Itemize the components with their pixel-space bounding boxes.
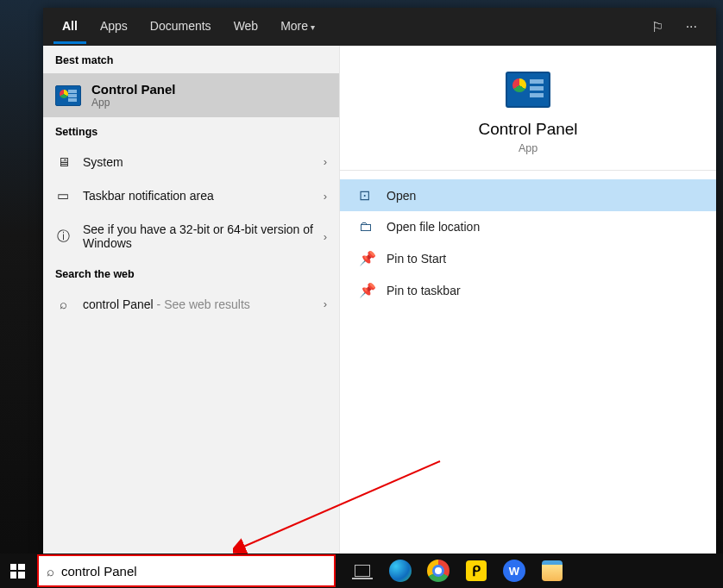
control-panel-icon [506,72,550,108]
section-settings: Settings [43,117,339,145]
task-view-icon [355,565,370,577]
search-input[interactable] [61,564,326,579]
search-icon: ⌕ [47,564,54,579]
preview-panel: Control Panel App ⊡ Open 🗀 Open file loc… [339,46,716,555]
pin-icon: 📌 [359,282,374,298]
web-result-item[interactable]: ⌕ control Panel - See web results › [43,287,339,321]
settings-item-bitness[interactable]: ⓘ See if you have a 32-bit or 64-bit ver… [43,213,339,260]
section-search-web: Search the web [43,260,339,287]
folder-icon: 🗀 [359,219,374,235]
tab-all[interactable]: All [53,10,86,44]
taskbar-app-yellow[interactable]: ᑭ [459,554,494,588]
taskbar: ⌕ ᑭ W [0,554,723,588]
tab-documents[interactable]: Documents [141,10,220,44]
search-icon: ⌕ [55,297,71,311]
chevron-right-icon: › [324,230,327,243]
preview-title: Control Panel [478,120,577,139]
tab-more[interactable]: More [272,10,324,44]
taskbar-app-explorer[interactable] [535,554,569,588]
best-match-subtitle: App [91,97,176,109]
tab-web[interactable]: Web [225,10,267,44]
edge-icon [389,560,412,582]
action-label: Open [387,189,416,203]
feedback-icon[interactable]: ⚐ [643,19,672,35]
action-open[interactable]: ⊡ Open [340,179,716,211]
search-tabs: All Apps Documents Web More ⚐ ··· [43,8,716,46]
settings-label: Taskbar notification area [83,189,327,203]
settings-label: See if you have a 32-bit or 64-bit versi… [83,222,327,250]
settings-label: System [83,155,327,169]
settings-item-taskbar[interactable]: ▭ Taskbar notification area › [43,178,339,213]
more-options-icon[interactable]: ··· [677,19,706,34]
wps-icon: W [503,560,525,582]
monitor-icon: 🖥 [55,154,71,169]
chevron-right-icon: › [324,155,327,168]
taskbar-app-chrome[interactable] [421,554,456,588]
settings-item-system[interactable]: 🖥 System › [43,145,339,178]
folder-icon [542,560,563,581]
action-pin-taskbar[interactable]: 📌 Pin to taskbar [340,274,716,306]
action-label: Pin to taskbar [387,284,461,297]
web-result-label: control Panel - See web results [83,297,327,311]
search-flyout: All Apps Documents Web More ⚐ ··· Best m… [43,8,716,555]
taskbar-search-box[interactable]: ⌕ [38,555,335,586]
results-panel: Best match Control Panel App Settings 🖥 … [43,46,339,555]
task-view-button[interactable] [345,554,380,588]
control-panel-icon [55,85,81,106]
app-icon: ᑭ [466,560,487,581]
open-icon: ⊡ [359,187,374,203]
section-best-match: Best match [43,46,339,73]
chrome-icon [427,560,450,582]
info-icon: ⓘ [55,228,71,245]
preview-subtitle: App [519,142,538,154]
taskbar-icon: ▭ [55,188,71,203]
chevron-right-icon: › [324,190,327,203]
best-match-item[interactable]: Control Panel App [43,73,339,117]
taskbar-app-wps[interactable]: W [497,554,531,588]
action-label: Pin to Start [387,252,446,266]
action-pin-start[interactable]: 📌 Pin to Start [340,242,716,274]
pin-icon: 📌 [359,250,374,266]
action-label: Open file location [387,220,480,234]
taskbar-app-edge[interactable] [383,554,418,588]
action-open-file-location[interactable]: 🗀 Open file location [340,211,716,242]
start-button[interactable] [0,554,35,588]
chevron-right-icon: › [324,297,327,310]
preview-actions: ⊡ Open 🗀 Open file location 📌 Pin to Sta… [340,171,716,315]
windows-logo-icon [10,564,25,579]
best-match-title: Control Panel [91,82,176,97]
tab-apps[interactable]: Apps [91,10,136,44]
